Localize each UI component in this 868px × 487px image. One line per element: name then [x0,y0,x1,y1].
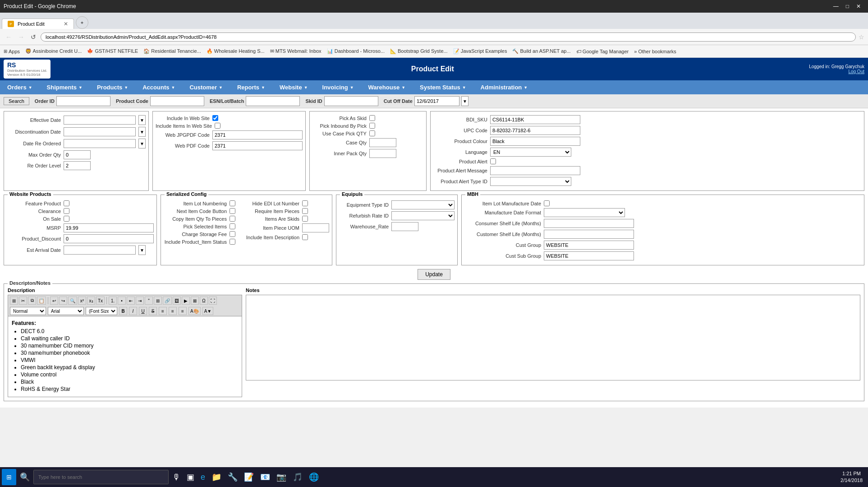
consumer-shelf-input[interactable] [544,219,634,228]
date-re-ordered-input[interactable] [64,139,136,148]
rte-fullscreen-btn[interactable]: ⛶ [209,297,217,305]
nav-reports[interactable]: Reports ▼ [230,80,272,94]
nav-products[interactable]: Products ▼ [90,80,135,94]
rte-undo-btn[interactable]: ↩ [50,297,58,305]
forward-btn[interactable]: → [16,32,26,42]
nav-system-status[interactable]: System Status ▼ [413,80,473,94]
rte-underline-btn[interactable]: U [139,307,147,315]
bookmark-gtm[interactable]: 🏷 Google Tag Manager [576,49,629,54]
rte-find-btn[interactable]: 🔍 [68,297,77,305]
rte-subscript-btn[interactable]: x₂ [87,297,95,305]
nav-shipments[interactable]: Shipments ▼ [40,80,90,94]
customer-shelf-input[interactable] [544,230,634,239]
rte-content[interactable]: Features: DECT 6.0 Call waiting caller I… [8,316,242,397]
rte-outdent-btn[interactable]: ⇤ [127,297,135,305]
bookmark-aspnet[interactable]: 🔨 Build an ASP.NET ap... [512,48,570,54]
rte-image-btn[interactable]: 🖼 [173,297,181,305]
item-lot-mfr-date-checkbox[interactable] [544,200,550,206]
rte-align-center-btn[interactable]: ≡ [169,307,177,315]
product-alert-checkbox[interactable] [490,158,496,164]
date-re-ordered-dropdown[interactable]: ▼ [138,139,146,148]
nav-administration[interactable]: Administration ▼ [473,80,535,94]
rte-blockquote-btn[interactable]: " [145,297,153,305]
bookmark-star[interactable]: ☆ [859,33,864,41]
rte-copy-btn[interactable]: ⧉ [28,297,36,305]
feature-product-checkbox[interactable] [64,200,69,206]
include-item-desc-checkbox[interactable] [302,234,308,240]
bookmark-apps[interactable]: ⊞ Apps [4,49,20,54]
upc-code-input[interactable] [490,126,580,135]
equipment-type-select[interactable] [391,200,455,209]
rte-align-right-btn[interactable]: ≡ [179,307,187,315]
case-qty-input[interactable] [369,138,396,147]
bdi-sku-input[interactable] [490,115,580,124]
rte-source-btn[interactable]: ⊞ [10,297,18,305]
discontinuation-date-input[interactable] [64,127,136,136]
rte-table2-btn[interactable]: ⊠ [191,297,199,305]
product-colour-input[interactable] [490,137,580,146]
refurbish-rate-select[interactable] [391,211,455,220]
product-alert-msg-input[interactable] [490,166,580,175]
order-id-input[interactable] [56,96,110,106]
web-pdf-input[interactable] [212,141,303,150]
rte-style-select[interactable]: Normal [10,307,46,315]
re-order-level-input[interactable] [64,161,91,170]
nav-customer[interactable]: Customer ▼ [182,80,230,94]
rte-table-btn[interactable]: ⊞ [154,297,162,305]
bookmark-wholesale[interactable]: 🔥 Wholesale Heating S... [207,48,265,54]
cut-off-date-input[interactable] [414,96,459,106]
rte-symbol-btn[interactable]: Ω [200,297,208,305]
rte-removeformat-btn[interactable]: Tx [96,297,105,305]
require-item-pieces-checkbox[interactable] [302,208,308,214]
product-alert-type-select[interactable] [490,177,571,186]
pick-as-skid-checkbox[interactable] [369,115,375,121]
clearance-checkbox[interactable] [64,208,69,214]
item-lot-numbering-checkbox[interactable] [230,200,235,206]
items-are-skids-checkbox[interactable] [302,216,308,222]
skid-id-input[interactable] [324,96,378,106]
rte-cut-btn[interactable]: ✂ [19,297,27,305]
effective-date-input[interactable] [64,116,136,125]
pick-selected-checkbox[interactable] [230,223,235,229]
rte-ol-btn[interactable]: 1. [109,297,117,305]
bookmark-residential[interactable]: 🏠 Residential Tenancie... [143,48,201,54]
rte-fontsize-select[interactable]: (Font Size) [86,307,117,315]
effective-date-dropdown[interactable]: ▼ [138,115,146,125]
rte-bold-btn[interactable]: B [119,307,127,315]
nav-invoicing[interactable]: Invoicing ▼ [315,80,361,94]
logout-link[interactable]: Log Out [848,69,864,74]
rte-redo-btn[interactable]: ↪ [59,297,67,305]
est-arrival-dropdown[interactable]: ▼ [138,245,146,255]
notes-textarea[interactable] [246,295,860,380]
bookmark-mts[interactable]: ✉ MTS Webmail: Inbox [270,48,321,54]
rte-flash-btn[interactable]: ▶ [182,297,190,305]
bookmark-gst[interactable]: 🍁 GST/HST NETFILE [87,48,138,54]
nav-website[interactable]: Website ▼ [272,80,315,94]
max-order-qty-input[interactable] [64,150,91,159]
product-discount-input[interactable] [64,234,154,243]
rte-bgcolor-btn[interactable]: A▼ [202,307,214,315]
pick-inbound-checkbox[interactable] [369,123,375,129]
cust-group-input[interactable] [544,241,634,250]
minimize-btn[interactable]: — [830,3,842,9]
esn-input[interactable] [246,96,300,106]
msrp-input[interactable] [64,223,154,232]
rte-link-btn[interactable]: 🔗 [163,297,172,305]
nav-warehouse[interactable]: Warehouse ▼ [361,80,413,94]
warehouse-rate-input[interactable] [391,222,418,231]
rte-indent-btn[interactable]: ⇥ [136,297,144,305]
new-tab-btn[interactable]: + [76,16,88,29]
include-web-site-checkbox[interactable] [212,115,218,121]
cust-sub-group-input[interactable] [544,251,634,260]
item-piece-uom-input[interactable] [302,223,329,232]
bookmark-js[interactable]: 📝 JavaScript Examples [453,48,507,54]
bookmark-bootstrap[interactable]: 📐 Bootstrap Grid Syste... [390,48,448,54]
nav-orders[interactable]: Orders ▼ [0,80,40,94]
rte-ul-btn[interactable]: • [118,297,126,305]
product-code-input[interactable] [150,96,204,106]
close-btn[interactable]: ✕ [853,3,864,9]
rte-strikethrough-btn[interactable]: S [149,307,157,315]
refresh-btn[interactable]: ↺ [29,32,38,42]
back-btn[interactable]: ← [4,32,14,42]
bookmark-dashboard[interactable]: 📊 Dashboard - Microso... [327,48,385,54]
